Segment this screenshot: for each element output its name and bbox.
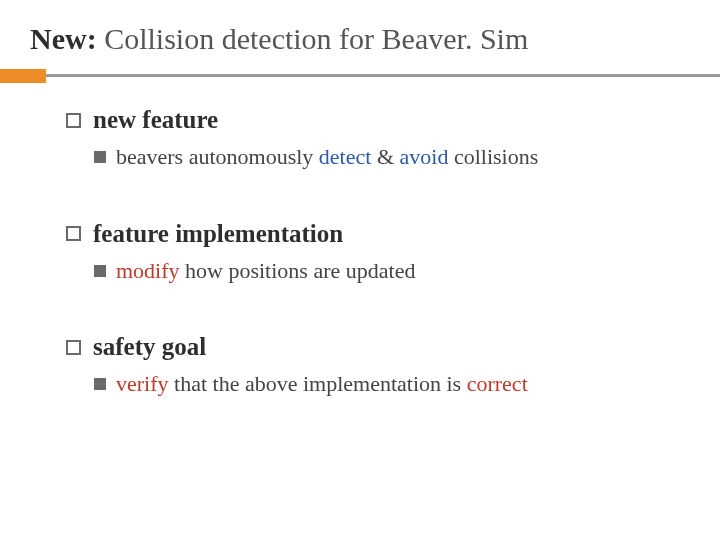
- sub-mid: &: [371, 144, 399, 169]
- section-head-text: feature implementation: [93, 220, 343, 248]
- rule-line: [0, 74, 720, 77]
- sub-hl2: correct: [467, 371, 528, 396]
- section-head-text: new feature: [93, 106, 218, 134]
- sub-text: verify that the above implementation is …: [116, 369, 528, 399]
- section-sub: modify how positions are updated: [66, 256, 690, 286]
- accent-block: [0, 69, 46, 83]
- content-area: new feature beavers autonomously detect …: [0, 78, 720, 399]
- square-bullet-icon: [66, 113, 81, 128]
- section-head-text: safety goal: [93, 333, 206, 361]
- sub-hl1: verify: [116, 371, 169, 396]
- sub-hl1: detect: [319, 144, 372, 169]
- square-bullet-icon: [66, 340, 81, 355]
- section-sub: beavers autonomously detect & avoid coll…: [66, 142, 690, 172]
- section: new feature beavers autonomously detect …: [66, 106, 690, 172]
- square-bullet-icon: [66, 226, 81, 241]
- sub-mid: how positions are updated: [180, 258, 416, 283]
- section-head: feature implementation: [66, 220, 690, 248]
- sub-pre: beavers autonomously: [116, 144, 319, 169]
- sub-mid: that the above implementation is: [169, 371, 467, 396]
- title-new-label: New:: [30, 22, 97, 55]
- sub-text: modify how positions are updated: [116, 256, 415, 286]
- sub-hl1: modify: [116, 258, 180, 283]
- sub-text: beavers autonomously detect & avoid coll…: [116, 142, 538, 172]
- title-rest: Collision detection for Beaver. Sim: [97, 22, 529, 55]
- section: feature implementation modify how positi…: [66, 220, 690, 286]
- section: safety goal verify that the above implem…: [66, 333, 690, 399]
- solid-bullet-icon: [94, 378, 106, 390]
- solid-bullet-icon: [94, 151, 106, 163]
- slide-title: New: Collision detection for Beaver. Sim: [30, 22, 690, 56]
- section-sub: verify that the above implementation is …: [66, 369, 690, 399]
- sub-hl2: avoid: [400, 144, 449, 169]
- solid-bullet-icon: [94, 265, 106, 277]
- title-rule: [0, 74, 720, 78]
- section-head: new feature: [66, 106, 690, 134]
- title-area: New: Collision detection for Beaver. Sim: [0, 0, 720, 64]
- section-head: safety goal: [66, 333, 690, 361]
- sub-post: collisions: [448, 144, 538, 169]
